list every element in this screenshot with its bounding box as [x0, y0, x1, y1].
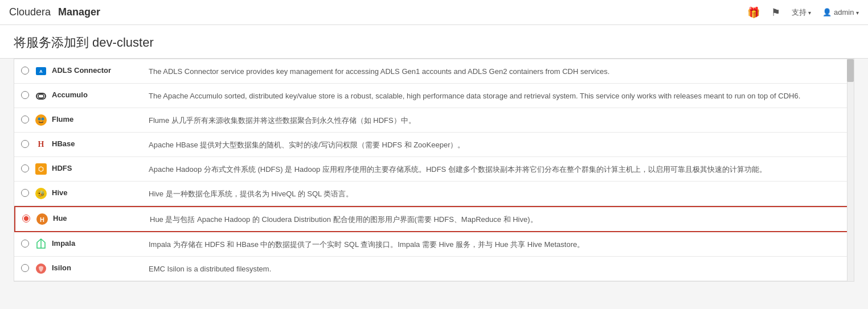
isilon-desc: EMC Isilon is a distributed filesystem.	[149, 262, 847, 275]
support-dropdown-icon: ▾	[808, 10, 811, 16]
svg-rect-3	[38, 94, 44, 98]
hdfs-name: HDFS	[52, 163, 120, 172]
service-row-flume: Flume Flume 从几乎所有来源收集数据并将这些数据聚合到永久性存储（如 …	[14, 108, 854, 133]
gift-icon[interactable]: 🎁	[747, 6, 760, 19]
admin-user-icon: 👤	[822, 8, 834, 17]
service-name-cell-hdfs: ⬡ HDFS	[35, 163, 149, 175]
service-name-cell-hue: H Hue	[36, 213, 150, 225]
service-radio-hbase[interactable]	[21, 140, 29, 148]
service-radio-isilon[interactable]	[21, 264, 29, 272]
service-radio-flume[interactable]	[21, 116, 29, 123]
accumulo-name: Accumulo	[52, 89, 120, 99]
svg-text:A: A	[39, 69, 43, 74]
svg-point-5	[38, 118, 41, 121]
svg-text:🐝: 🐝	[37, 189, 45, 197]
hue-name: Hue	[53, 213, 121, 223]
service-row-impala: Impala Impala 为存储在 HDFS 和 HBase 中的数据提供了一…	[14, 232, 854, 257]
brand-cloudera: Cloudera	[9, 6, 51, 18]
service-row-hue: H Hue Hue 是与包括 Apache Hadoop 的 Cloudera …	[14, 206, 854, 232]
service-radio-hive[interactable]	[21, 189, 29, 197]
scrollbar-thumb[interactable]	[847, 59, 854, 82]
service-row-hbase: H HBase Apache HBase 提供对大型数据集的随机、实时的读/写访…	[14, 133, 854, 157]
accumulo-icon	[35, 89, 47, 102]
accumulo-desc: The Apache Accumulo sorted, distributed …	[149, 89, 847, 102]
main-content: A ADLS Connector The ADLS Connector serv…	[0, 59, 868, 295]
impala-icon	[35, 238, 47, 250]
hbase-icon: H	[35, 138, 47, 151]
service-name-cell-hive: 🐝 Hive	[35, 187, 149, 200]
service-row-isilon: Isilon EMC Isilon is a distributed files…	[14, 257, 854, 281]
svg-point-6	[42, 118, 44, 121]
top-nav-right: 🎁 ⚑ 支持 ▾ 👤 admin ▾	[747, 6, 859, 19]
hbase-name: HBase	[52, 138, 120, 148]
service-name-cell-impala: Impala	[35, 238, 149, 250]
service-row-adls: A ADLS Connector The ADLS Connector serv…	[14, 59, 854, 84]
hue-icon: H	[36, 213, 48, 225]
hue-svg: H	[36, 213, 48, 225]
service-name-cell-accumulo: Accumulo	[35, 89, 149, 102]
isilon-name: Isilon	[52, 262, 120, 272]
brand-logo: Cloudera Manager	[9, 6, 100, 18]
brand-manager: Manager	[58, 6, 100, 18]
flume-name: Flume	[52, 114, 120, 123]
top-navigation: Cloudera Manager 🎁 ⚑ 支持 ▾ 👤 admin ▾	[0, 0, 868, 25]
flume-icon	[35, 114, 47, 126]
page-header: 将服务添加到 dev-cluster	[0, 25, 868, 59]
service-radio-hue[interactable]	[22, 215, 30, 223]
hbase-desc: Apache HBase 提供对大型数据集的随机、实时的读/写访问权限（需要 H…	[149, 138, 847, 151]
flume-svg	[35, 114, 47, 126]
svg-text:⬡: ⬡	[38, 166, 44, 172]
hue-desc: Hue 是与包括 Apache Hadoop 的 Cloudera Distri…	[150, 213, 846, 225]
adls-icon: A	[35, 65, 47, 77]
support-menu[interactable]: 支持 ▾	[792, 7, 812, 18]
hdfs-icon: ⬡	[35, 163, 47, 175]
service-radio-impala[interactable]	[21, 240, 29, 248]
service-list-wrapper: A ADLS Connector The ADLS Connector serv…	[14, 59, 854, 282]
adls-svg: A	[35, 65, 47, 77]
scrollbar-track[interactable]	[847, 59, 854, 281]
accumulo-svg	[35, 90, 47, 101]
hive-icon: 🐝	[35, 187, 47, 200]
adls-name: ADLS Connector	[52, 65, 120, 75]
service-radio-adls[interactable]	[21, 67, 29, 75]
adls-desc: The ADLS Connector service provides key …	[149, 65, 847, 77]
flume-desc: Flume 从几乎所有来源收集数据并将这些数据聚合到永久性存储（如 HDFS）中…	[149, 114, 847, 126]
impala-desc: Impala 为存储在 HDFS 和 HBase 中的数据提供了一个实时 SQL…	[149, 238, 847, 250]
service-name-cell-adls: A ADLS Connector	[35, 65, 149, 77]
hdfs-svg: ⬡	[35, 163, 47, 175]
impala-svg	[35, 238, 47, 250]
admin-menu[interactable]: 👤 admin ▾	[822, 8, 859, 17]
admin-dropdown-icon: ▾	[856, 10, 859, 16]
svg-text:H: H	[40, 216, 44, 223]
service-radio-hdfs[interactable]	[21, 164, 29, 172]
hive-name: Hive	[52, 187, 120, 197]
service-name-cell-isilon: Isilon	[35, 262, 149, 275]
isilon-icon	[35, 262, 47, 275]
impala-name: Impala	[52, 238, 120, 248]
hive-desc: Hive 是一种数据仓库系统，提供名为 HiveQL 的 SQL 类语言。	[149, 187, 847, 200]
hive-svg: 🐝	[35, 187, 47, 200]
service-radio-accumulo[interactable]	[21, 91, 29, 99]
service-row-hive: 🐝 Hive Hive 是一种数据仓库系统，提供名为 HiveQL 的 SQL …	[14, 182, 854, 206]
service-row-accumulo: Accumulo The Apache Accumulo sorted, dis…	[14, 84, 854, 108]
isilon-svg	[35, 262, 47, 275]
svg-point-4	[35, 114, 47, 126]
service-row-hdfs: ⬡ HDFS Apache Hadoop 分布式文件系统 (HDFS) 是 Ha…	[14, 157, 854, 182]
hdfs-desc: Apache Hadoop 分布式文件系统 (HDFS) 是 Hadoop 应用…	[149, 163, 847, 175]
page-title: 将服务添加到 dev-cluster	[14, 34, 854, 51]
service-name-cell-flume: Flume	[35, 114, 149, 126]
service-name-cell-hbase: H HBase	[35, 138, 149, 151]
flag-icon[interactable]: ⚑	[771, 6, 780, 19]
